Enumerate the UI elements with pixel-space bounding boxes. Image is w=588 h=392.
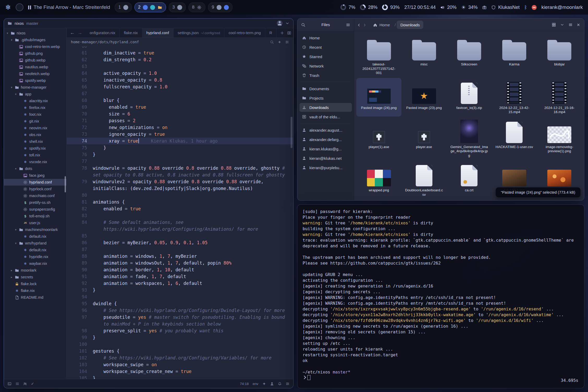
code-line[interactable]: 74xray = trueKieran Klukas, 1 hour ago (67, 138, 293, 144)
code-line[interactable]: 98preserve_split = yes # you probably wa… (67, 327, 293, 334)
code-line[interactable]: 62dim_strength = 0.2 (67, 56, 293, 63)
files-window[interactable]: Files ‹ › Home / Downloads × HomeRecentS… (297, 18, 584, 201)
path-home-chip[interactable]: Home (369, 21, 394, 29)
tab-settings-json[interactable]: settings.json~/.config/zed (174, 28, 225, 38)
view-grid-icon[interactable] (552, 23, 556, 27)
files-grid-item[interactable]: ca.crt (446, 160, 492, 199)
sidebar-account-item[interactable]: kieran.klukas@g... (299, 144, 352, 153)
files-grid-item[interactable]: HACKATIME-1-user.csv (492, 117, 537, 160)
workspace-9[interactable]: 9 (208, 2, 232, 12)
search-icon[interactable] (301, 23, 305, 27)
code-line[interactable]: 77 (67, 158, 293, 165)
tree-item[interactable]: ❄hypridle.nix (4, 253, 66, 260)
files-content[interactable]: takeout-20241207T155714Z-001miscSilkscre… (354, 31, 584, 200)
code-line[interactable]: 94 (67, 293, 293, 300)
network-module[interactable]: KlukasNet (491, 5, 519, 10)
sidebar-item-downloads[interactable]: Downloads (299, 103, 352, 112)
tree-item[interactable]: JSuser.js (4, 219, 66, 226)
avatar[interactable] (277, 20, 283, 26)
sidebar-item-starred[interactable]: Starred (299, 52, 352, 61)
code-line[interactable]: 85 (67, 232, 293, 239)
editor-titlebar[interactable]: nixos master (4, 19, 293, 28)
code-editor[interactable]: 6061dim_inactive = true62dim_strength = … (67, 46, 293, 379)
tree-item[interactable]: ❄vscode.nix (4, 158, 66, 165)
forward-icon[interactable]: › (364, 21, 366, 28)
tree-item[interactable]: github.png (4, 50, 66, 57)
tab-onfiguration-nix[interactable]: onfiguration.nix (85, 28, 120, 38)
dnd-toggle-icon[interactable] (16, 3, 23, 11)
code-line[interactable]: 88animation = windows, 1, 7, myBezier (67, 253, 293, 260)
tree-item[interactable]: ▾app (4, 91, 66, 97)
nix-logo-icon[interactable]: ❄ (5, 4, 11, 11)
split-pane-icon[interactable] (287, 31, 291, 35)
files-grid-item[interactable]: Silkscreen (446, 34, 492, 77)
sidebar-item-documents[interactable]: Documents (299, 84, 352, 93)
code-line[interactable]: 90animation = border, 1, 10, default (67, 266, 293, 273)
tree-item[interactable]: ❄tofi.nix (4, 152, 66, 158)
memory-module[interactable]: 28% (360, 4, 377, 10)
code-line[interactable]: 73ignore_opacity = true (67, 131, 293, 138)
tree-item[interactable]: ▸secrets (4, 274, 66, 280)
code-line[interactable]: 84# Some default animations, see https:/… (67, 219, 293, 232)
workspace-2[interactable]: 2 (134, 2, 166, 12)
tree-item[interactable]: $tofi-emoji.sh (4, 213, 66, 219)
code-line[interactable]: 101gestures { (67, 348, 293, 354)
files-grid-item[interactable]: 2024-12-21_15-16-16.mp4 (537, 78, 582, 117)
files-grid-item[interactable]: player(1).ase (356, 117, 401, 160)
files-grid-item[interactable]: Pasted image (23).png (401, 78, 446, 117)
code-line[interactable]: 60 (67, 46, 293, 50)
sidebar-account-item[interactable]: kieran@purplebu... (299, 163, 352, 172)
tree-item[interactable]: ❄spotify.nix (4, 145, 66, 152)
tree-item[interactable]: $prettify-ss.sh (4, 199, 66, 206)
code-line[interactable]: 86bezier = myBezier, 0.05, 0.9, 0.1, 1.0… (67, 239, 293, 246)
tree-item[interactable]: sunpaperconfig (4, 206, 66, 213)
back-icon[interactable]: ‹ (358, 21, 360, 28)
tree-item[interactable]: github.webp (4, 57, 66, 64)
nav-forward-icon[interactable]: → (77, 30, 82, 36)
code-line[interactable]: 81animations { (67, 199, 293, 205)
tree-item[interactable]: neofetch.webp (4, 70, 66, 77)
code-line[interactable]: 71passes = 2 (67, 117, 293, 124)
tree-item[interactable]: ❄alacritty.nix (4, 97, 66, 104)
code-line[interactable]: 66fullscreen_opacity = 1.0 (67, 83, 293, 90)
code-line[interactable]: 105} (67, 375, 293, 379)
editor-scrollbar[interactable] (291, 117, 292, 148)
code-line[interactable]: 100 (67, 341, 293, 348)
copilot-icon[interactable] (262, 382, 266, 386)
tree-item[interactable]: ❄firefox.nix (4, 104, 66, 111)
sidebar-item-home[interactable]: Home (299, 33, 352, 42)
sidebar-item-vault-of-the-eldu-[interactable]: vault of the eldu... (299, 112, 352, 121)
workspace-3[interactable]: 3 (169, 2, 186, 12)
code-line[interactable]: 91animation = fade, 1, 7, default (67, 273, 293, 280)
code-line[interactable]: 83 (67, 212, 293, 219)
assistant-icon[interactable] (270, 382, 274, 386)
code-line[interactable]: 93} (67, 287, 293, 293)
settings-icon[interactable] (286, 382, 290, 386)
code-line[interactable]: 102# See https://wiki.hyprland.org/Confi… (67, 354, 293, 361)
files-grid-item[interactable]: image-removebg-preview(1).png (537, 117, 582, 160)
tree-item[interactable]: ▾wm/hyprland (4, 240, 66, 247)
files-grid-item[interactable]: blobjar (537, 34, 582, 77)
code-line[interactable]: 65inactive_opacity = 0.8 (67, 77, 293, 83)
code-line[interactable]: 104workspace_swipe_create_new = true (67, 368, 293, 375)
tree-item[interactable]: flake.lock (4, 280, 66, 287)
diagnostics-icon[interactable] (15, 382, 19, 386)
code-line[interactable]: 79windowrulev2 = opacity 0.88 override 0… (67, 178, 293, 192)
files-grid-item[interactable]: wrapped.png (356, 160, 401, 199)
menu-icon[interactable] (568, 23, 573, 27)
sidebar-item-trash[interactable]: Trash (299, 71, 352, 80)
code-line[interactable]: 70size = 6 (67, 111, 293, 117)
bluetooth-icon[interactable]: ᛒ (524, 5, 527, 10)
workspace-8[interactable]: 8 (188, 2, 205, 12)
terminal-window[interactable]: [sudo] password for kierank: Place your … (297, 204, 584, 388)
files-grid-item[interactable]: favicon_io(3).zip (446, 78, 492, 117)
tab-r[interactable]: R (265, 28, 277, 38)
code-line[interactable]: 92animation = workspaces, 1, 6, default (67, 280, 293, 287)
code-line[interactable]: 64active_opacity = 1.0 (67, 70, 293, 77)
breadcrumb[interactable]: home-manager/dots/hyprland.conf (71, 40, 139, 44)
tree-scrollbar[interactable] (65, 176, 66, 192)
code-line[interactable]: 97pseudotile = yes # master switch for p… (67, 314, 293, 327)
tree-item[interactable]: ❄foot.nix (4, 111, 66, 118)
new-tab-icon[interactable] (280, 31, 284, 35)
view-chevron-icon[interactable] (560, 23, 564, 27)
